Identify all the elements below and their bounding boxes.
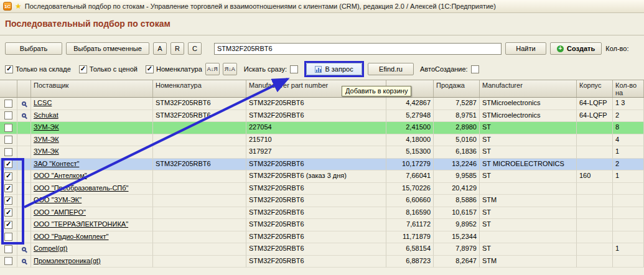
manufacturer-cell: ST <box>480 134 577 147</box>
table-row[interactable]: Compel(gt)STM32F205RBT66,581547,8979ST1 <box>0 243 644 256</box>
row-icon-cell <box>17 231 31 244</box>
stock-qty-cell: 2 <box>613 159 644 171</box>
column-header-empty <box>0 80 17 97</box>
select-button[interactable]: Выбрать <box>5 42 62 55</box>
row-checkbox[interactable] <box>4 160 12 168</box>
table-row[interactable]: LCSCSTM32F205RBT6STM32F205RBT64,428677,5… <box>0 98 644 110</box>
mpn-cell: STM32F205RBT6 <box>246 219 386 231</box>
sort-ascending-button[interactable]: А↓Я <box>205 63 220 75</box>
external-search-icon <box>22 113 26 118</box>
supplier-cell: ООО "ТЕРРАЭЛЕКТРОНИКА" <box>31 219 153 231</box>
row-checkbox-cell <box>0 207 17 220</box>
row-checkbox[interactable] <box>4 245 12 253</box>
nomenclature-cell <box>153 256 246 268</box>
row-checkbox[interactable] <box>4 184 12 192</box>
row-checkbox[interactable] <box>4 172 12 180</box>
table-row[interactable]: ЗУМ-ЭК2270542,415002,8980ST8 <box>0 122 644 134</box>
nomenclature-cell <box>153 122 246 134</box>
supplier-link[interactable]: ООО "ТЕРРАЭЛЕКТРОНИКА" <box>34 220 128 228</box>
manufacturer-cell: STM <box>480 195 577 207</box>
package-cell <box>577 146 613 159</box>
row-icon-cell <box>17 98 31 110</box>
sale-price-cell: 8,5886 <box>434 195 480 207</box>
mpn-cell: 215710 <box>246 134 386 147</box>
sale-price-cell: 7,8979 <box>434 243 480 256</box>
supplier-link[interactable]: Compel(gt) <box>34 245 67 252</box>
column-header[interactable]: Продажа <box>434 80 480 97</box>
row-checkbox[interactable] <box>4 148 12 156</box>
row-checkbox[interactable] <box>4 136 12 144</box>
select-marked-button[interactable]: Выбрать отмеченные <box>66 42 149 55</box>
sort-descending-button[interactable]: Я↓А <box>223 63 237 75</box>
supplier-link[interactable]: Промэлектроника(gt) <box>34 257 101 264</box>
sale-price-cell: 5,0160 <box>434 134 480 147</box>
to-query-button[interactable]: В запрос <box>306 63 362 75</box>
efind-button[interactable]: Efind.ru <box>368 63 414 75</box>
table-row[interactable]: ЗАО "Контест"STM32F205RBT6STM32F205RBT61… <box>0 159 644 171</box>
supplier-link[interactable]: ООО "Радио-Комплект" <box>34 233 109 240</box>
supplier-link[interactable]: ЗАО "Контест" <box>34 160 79 167</box>
package-cell <box>577 183 613 195</box>
annotation-box-query-button: В запрос <box>304 61 364 77</box>
autocreate-checkbox[interactable] <box>471 65 479 73</box>
package-cell <box>577 134 613 147</box>
row-checkbox-cell <box>0 110 17 123</box>
table-row[interactable]: ЗУМ-ЭК3179275,153006,1836ST1 <box>0 146 644 159</box>
row-checkbox[interactable] <box>4 221 12 229</box>
table-row[interactable]: ООО "Преобразователь-СПб"STM32F205RBT615… <box>0 183 644 195</box>
only-stock-checkbox[interactable] <box>5 65 13 73</box>
search-input[interactable] <box>214 43 502 55</box>
row-icon-cell <box>17 110 31 123</box>
manufacturer-cell: ST <box>480 170 577 183</box>
nomenclature-cell <box>153 207 246 220</box>
nomenclature-checkbox[interactable] <box>146 65 154 73</box>
supplier-link[interactable]: ООО "ЗУМ-ЭК" <box>34 196 82 203</box>
stock-qty-cell <box>613 195 644 207</box>
supplier-link[interactable]: ЗУМ-ЭК <box>34 147 59 155</box>
column-header[interactable]: Корпус <box>577 80 613 97</box>
row-icon-cell <box>17 195 31 207</box>
column-header[interactable]: Manufacturer <box>480 80 577 97</box>
column-header[interactable]: Поставщик <box>31 80 153 97</box>
stock-table: ПоставщикНоменклатураManufacturer part n… <box>0 80 644 275</box>
column-header[interactable]: Номенклатура <box>153 80 246 97</box>
only-price-checkbox[interactable] <box>79 65 87 73</box>
table-row[interactable]: ООО "ЗУМ-ЭК"STM32F205RBT66,606608,5886ST… <box>0 195 644 207</box>
price-cell: 11,71879 <box>386 231 434 244</box>
row-checkbox[interactable] <box>4 208 12 217</box>
filter-a-button[interactable]: A <box>153 42 167 55</box>
only-stock-label: Только на складе <box>16 65 71 73</box>
supplier-link[interactable]: ООО "Преобразователь-СПб" <box>34 184 128 192</box>
filter-r-button[interactable]: R <box>170 42 184 55</box>
table-row[interactable]: ООО "Антелком"STM32F205RBT6 (заказ 3 дня… <box>0 170 644 183</box>
table-row[interactable]: SchukatSTM32F205RBT6STM32F205RBT65,27948… <box>0 110 644 123</box>
filter-c-button[interactable]: C <box>188 42 202 55</box>
manufacturer-cell: ST <box>480 122 577 134</box>
row-checkbox[interactable] <box>4 100 12 108</box>
supplier-link[interactable]: ЗУМ-ЭК <box>34 123 59 131</box>
column-header[interactable]: Кол-во на складе <box>613 80 644 97</box>
table-row[interactable]: Промэлектроника(gt)STM32F205RBT66,887238… <box>0 256 644 268</box>
row-checkbox[interactable] <box>4 257 12 265</box>
supplier-link[interactable]: LCSC <box>34 99 52 106</box>
search-now-checkbox[interactable] <box>290 65 298 73</box>
supplier-link[interactable]: Schukat <box>34 111 58 119</box>
table-row[interactable]: ООО "Радио-Комплект"STM32F205RBT611,7187… <box>0 231 644 244</box>
table-row[interactable]: ЗУМ-ЭК2157104,180005,0160ST4 <box>0 134 644 147</box>
table-row[interactable]: ООО "АМПЕРО"STM32F205RBT68,1659010,6157S… <box>0 207 644 220</box>
favorites-star-icon[interactable]: ★ <box>15 2 22 10</box>
supplier-link[interactable]: ООО "Антелком" <box>34 172 87 179</box>
table-row[interactable]: ООО "ТЕРРАЭЛЕКТРОНИКА"STM32F205RBT67,611… <box>0 219 644 231</box>
price-cell: 8,16590 <box>386 207 434 220</box>
row-checkbox[interactable] <box>4 111 12 119</box>
row-checkbox[interactable] <box>4 233 12 241</box>
supplier-link[interactable]: ООО "АМПЕРО" <box>34 208 86 216</box>
mpn-cell: STM32F205RBT6 <box>246 256 386 268</box>
supplier-link[interactable]: ЗУМ-ЭК <box>34 136 59 143</box>
row-checkbox[interactable] <box>4 197 12 205</box>
find-button[interactable]: Найти <box>505 42 546 55</box>
row-checkbox[interactable] <box>4 124 12 132</box>
create-button[interactable]: + Создать <box>550 42 602 55</box>
price-cell: 6,88723 <box>386 256 434 268</box>
package-cell <box>577 219 613 231</box>
